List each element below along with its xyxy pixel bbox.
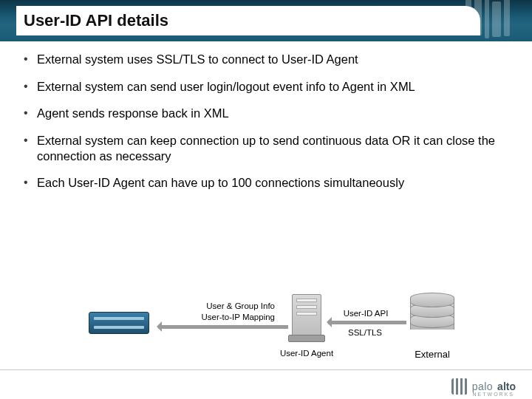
bullet-item: External system can keep connection up t…	[22, 133, 510, 163]
logo-text-2: alto	[497, 381, 516, 392]
title-bar: User-ID API details	[0, 0, 532, 41]
bullet-item: External system can send user login/logo…	[22, 79, 510, 95]
bullet-item: Agent sends response back in XML	[22, 106, 510, 121]
logo: paloalto NETWORKS	[451, 378, 516, 395]
server-icon	[292, 294, 321, 337]
diagram: User & Group Info User-to-IP Mapping Use…	[0, 288, 532, 369]
logo-subtext: NETWORKS	[473, 392, 514, 397]
slide-title: User-ID API details	[24, 11, 168, 30]
database-icon	[410, 293, 454, 334]
title-container: User-ID API details	[16, 6, 480, 35]
left-arrow-label-1: User & Group Info	[157, 301, 275, 310]
content-area: External system uses SSL/TLS to connect …	[22, 52, 510, 202]
arrow-server-to-firewall	[158, 325, 288, 329]
logo-text-1: palo	[472, 381, 493, 392]
bullet-item: Each User-ID Agent can have up to 100 co…	[22, 175, 510, 191]
firewall-icon	[89, 312, 149, 334]
left-arrow-label-2: User-to-IP Mapping	[157, 313, 275, 321]
slide: User-ID API details External system uses…	[0, 0, 532, 399]
ssl-label: SSL/TLS	[335, 328, 395, 337]
database-label: External	[403, 349, 462, 360]
bullet-list: External system uses SSL/TLS to connect …	[22, 52, 510, 191]
bullet-item: External system uses SSL/TLS to connect …	[22, 52, 510, 67]
server-label: User-ID Agent	[273, 349, 340, 358]
mid-arrow-label: User-ID API	[332, 309, 399, 318]
arrow-db-to-server	[328, 321, 406, 324]
footer-divider	[0, 369, 532, 370]
logo-mark-icon	[451, 378, 468, 395]
